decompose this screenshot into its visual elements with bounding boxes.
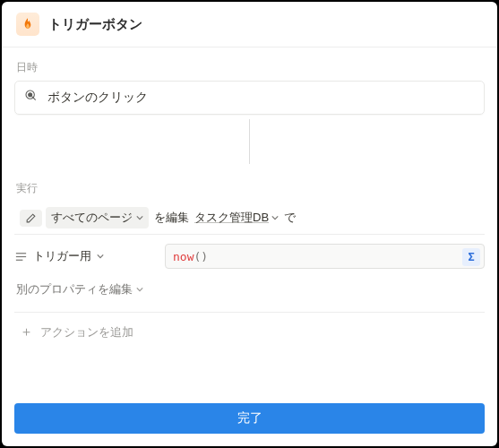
dialog-title: トリガーボタン bbox=[48, 16, 142, 33]
click-target-icon bbox=[24, 89, 39, 107]
exec-section-label: 実行 bbox=[2, 168, 497, 202]
trigger-section-label: 日時 bbox=[2, 47, 497, 81]
chevron-down-icon bbox=[136, 286, 143, 293]
pages-scope-chip[interactable]: すべてのページ bbox=[46, 207, 149, 228]
automation-dialog: トリガーボタン 日時 ボタンのクリック 実行 すべてのページ を編集 タスク管理… bbox=[2, 2, 497, 446]
formula-button[interactable]: Σ bbox=[462, 248, 480, 266]
dialog-footer: 完了 bbox=[2, 392, 497, 446]
chevron-down-icon bbox=[97, 253, 104, 260]
trigger-event-text: ボタンのクリック bbox=[47, 90, 148, 106]
sigma-icon: Σ bbox=[468, 251, 474, 263]
chevron-down-icon bbox=[136, 214, 143, 221]
svg-point-1 bbox=[29, 93, 32, 97]
edit-action-chip[interactable] bbox=[20, 210, 42, 227]
trigger-event-row[interactable]: ボタンのクリック bbox=[14, 81, 485, 115]
formula-input[interactable]: now() Σ bbox=[165, 244, 485, 269]
property-selector[interactable]: トリガー用 bbox=[14, 248, 165, 264]
dialog-header: トリガーボタン bbox=[2, 2, 497, 47]
text-property-icon bbox=[14, 250, 28, 263]
de-word: で bbox=[282, 210, 297, 226]
add-action-button[interactable]: ＋ アクションを追加 bbox=[14, 312, 485, 351]
plus-icon: ＋ bbox=[20, 323, 33, 340]
exec-action-row: すべてのページ を編集 タスク管理DB で bbox=[14, 202, 485, 235]
target-database[interactable]: タスク管理DB bbox=[194, 210, 279, 226]
flow-divider bbox=[2, 115, 497, 168]
edit-another-property[interactable]: 別のプロパティを編集 bbox=[16, 278, 483, 301]
done-button[interactable]: 完了 bbox=[14, 403, 485, 434]
chevron-down-icon bbox=[271, 214, 279, 221]
property-assignment-row: トリガー用 now() Σ bbox=[14, 244, 485, 269]
edit-word: を編集 bbox=[152, 210, 191, 226]
fire-icon bbox=[16, 13, 39, 36]
